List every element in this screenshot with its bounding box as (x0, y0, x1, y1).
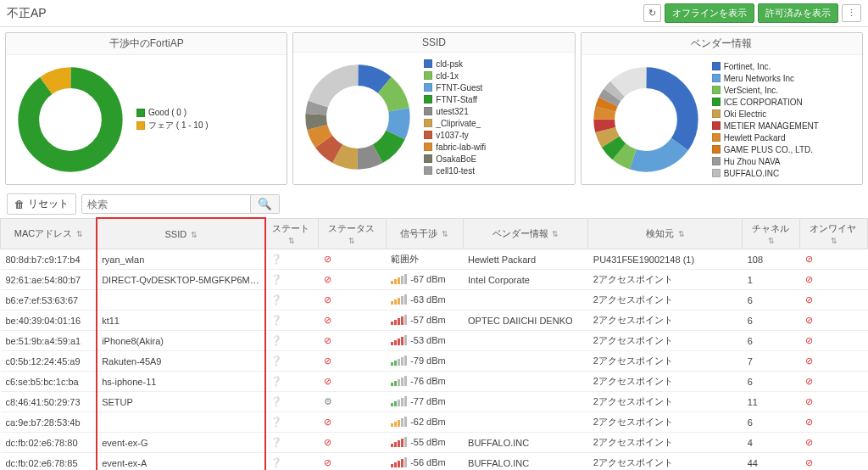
legend-item[interactable]: BUFFALO.INC (712, 169, 857, 178)
legend-swatch (424, 119, 432, 127)
col-header[interactable]: MACアドレス ⇅ (1, 219, 97, 249)
deny-icon: ⊘ (324, 376, 331, 386)
signal-bars-icon (391, 274, 407, 284)
table-row[interactable]: c8:46:41:50:29:73SETUP❔⚙-77 dBm2アクセスポイント… (1, 392, 868, 412)
show-offline-button[interactable]: オフラインを表示 (665, 3, 754, 23)
legend-item[interactable]: FTNT-Guest (424, 83, 569, 92)
vendor-donut-chart[interactable] (587, 60, 705, 179)
legend-item[interactable]: utest321 (424, 107, 569, 116)
cell-detect: 2アクセスポイント (588, 453, 743, 471)
cell-signal: -55 dBm (386, 433, 463, 453)
legend-item[interactable]: _Cliprivate_ (424, 119, 569, 128)
legend-item[interactable]: FTNT-Staff (424, 95, 569, 104)
cell-vendor (463, 351, 588, 372)
cell-onwire: ⊘ (800, 392, 868, 412)
cell-vendor (463, 331, 588, 351)
reset-button[interactable]: 🗑 リセット (7, 193, 76, 215)
legend-item[interactable]: フェア ( 1 - 10 ) (136, 120, 281, 131)
signal-value: -53 dBm (410, 335, 446, 345)
search-button[interactable]: 🔍 (251, 194, 280, 214)
legend-item[interactable]: fabric-lab-wifi (424, 143, 569, 152)
legend-swatch (712, 145, 721, 154)
refresh-icon: ↻ (648, 8, 656, 19)
cell-mac: dc:fb:02:e6:78:80 (1, 433, 97, 453)
legend-swatch (712, 109, 721, 118)
cell-channel: 1 (743, 270, 800, 290)
legend-swatch (712, 74, 721, 82)
cell-status: ⊘ (319, 311, 387, 331)
deny-icon: ⊘ (805, 437, 813, 447)
fortiap-donut-chart[interactable] (11, 60, 130, 179)
col-header-label: MACアドレス (14, 228, 72, 238)
col-header[interactable]: ステート ⇅ (265, 219, 319, 249)
cell-status: ⊘ (319, 351, 387, 372)
legend-item[interactable]: cld-1x (424, 71, 569, 81)
deny-icon: ⊘ (805, 457, 813, 467)
cell-onwire: ⊘ (800, 412, 868, 433)
search-input[interactable] (81, 194, 251, 214)
question-icon: ❔ (270, 254, 282, 264)
show-approved-button[interactable]: 許可済みを表示 (758, 3, 838, 23)
legend-item[interactable]: Fortinet, Inc. (712, 62, 857, 71)
legend-label: Hu Zhou NAVA (724, 157, 781, 166)
cell-vendor: Hewlett Packard (463, 249, 588, 270)
cell-onwire: ⊘ (800, 433, 868, 453)
legend-label: _Cliprivate_ (436, 119, 481, 128)
legend-swatch (424, 59, 432, 68)
table-row[interactable]: be:40:39:04:01:16kt11❔⊘-57 dBmOPTEC DAII… (1, 311, 868, 331)
col-header[interactable]: オンワイヤ ⇅ (800, 219, 868, 249)
cell-channel: 6 (743, 311, 800, 331)
deny-icon: ⊘ (805, 396, 813, 406)
table-row[interactable]: b6:e7:ef:53:63:67❔⊘-63 dBm2アクセスポイント6⊘ (1, 290, 868, 311)
deny-icon: ⊘ (805, 254, 813, 264)
table-row[interactable]: ca:9e:b7:28:53:4b❔⊘-62 dBm2アクセスポイント6⊘ (1, 412, 868, 433)
ssid-donut-chart[interactable] (298, 58, 417, 176)
search-icon: 🔍 (258, 198, 272, 210)
col-header-label: チャネル (752, 223, 789, 233)
table-row[interactable]: c0:5b:12:24:45:a9Rakuten-45A9❔⊘-79 dBm2ア… (1, 351, 868, 372)
cell-vendor: BUFFALO.INC (463, 453, 588, 471)
deny-icon: ⊘ (805, 274, 813, 284)
legend-item[interactable]: Good ( 0 ) (136, 108, 281, 117)
cell-mac: ca:9e:b7:28:53:4b (1, 412, 97, 433)
cell-signal: -53 dBm (386, 331, 463, 351)
legend-swatch (424, 107, 432, 115)
legend-item[interactable]: Oki Electric (712, 109, 857, 119)
legend-item[interactable]: ICE CORPORATION (712, 98, 857, 107)
svg-point-12 (316, 76, 400, 159)
cell-mac: c0:5b:12:24:45:a9 (1, 351, 97, 372)
legend-item[interactable]: VerScient, Inc. (712, 86, 857, 95)
legend-item[interactable]: GAME PLUS CO., LTD. (712, 145, 857, 154)
refresh-button[interactable]: ↻ (643, 4, 661, 22)
signal-bars-icon (391, 376, 407, 386)
table-row[interactable]: 92:61:ae:54:80:b7DIRECT-QvDESKTOP-5MGFKP… (1, 270, 868, 290)
trash-icon: 🗑 (14, 199, 25, 210)
col-header[interactable]: SSID ⇅ (97, 219, 265, 249)
overflow-menu-button[interactable]: ⋮ (842, 4, 861, 22)
table-row[interactable]: dc:fb:02:e6:78:85event-ex-A❔⊘-56 dBmBUFF… (1, 453, 868, 471)
rogue-ap-table: MACアドレス ⇅SSID ⇅ステート ⇅ステータス ⇅信号干渉 ⇅ベンダー情報… (0, 218, 868, 470)
col-header[interactable]: 信号干渉 ⇅ (386, 219, 463, 249)
table-row[interactable]: be:51:9b:a4:59:a1iPhone8(Akira)❔⊘-53 dBm… (1, 331, 868, 351)
signal-bars-icon (391, 437, 407, 447)
table-row[interactable]: c6:se:b5:bc:1c:bahs-iphone-11❔⊘-76 dBm2ア… (1, 372, 868, 392)
legend-item[interactable]: Meru Networks Inc (712, 74, 857, 83)
legend-item[interactable]: OsakaBoE (424, 154, 569, 164)
col-header[interactable]: ステータス ⇅ (319, 219, 387, 249)
cell-state: ❔ (265, 433, 319, 453)
legend-item[interactable]: cld-psk (424, 59, 569, 69)
legend-item[interactable]: Hu Zhou NAVA (712, 157, 857, 166)
col-header[interactable]: ベンダー情報 ⇅ (463, 219, 588, 249)
cell-mac: be:40:39:04:01:16 (1, 311, 97, 331)
legend-swatch (712, 133, 721, 142)
legend-label: Oki Electric (724, 109, 767, 119)
table-row[interactable]: dc:fb:02:e6:78:80event-ex-G❔⊘-55 dBmBUFF… (1, 433, 868, 453)
table-row[interactable]: 80:8d:b7:c9:17:b4ryan_wlan❔⊘範囲外Hewlett P… (1, 249, 868, 270)
legend-item[interactable]: METIER MANAGEMENT (712, 121, 857, 131)
cell-detect: 2アクセスポイント (588, 331, 743, 351)
legend-item[interactable]: Hewlett Packard (712, 133, 857, 143)
col-header[interactable]: 検知元 ⇅ (588, 219, 743, 249)
col-header[interactable]: チャネル ⇅ (743, 219, 800, 249)
legend-item[interactable]: cell10-test (424, 166, 569, 176)
legend-item[interactable]: v1037-ty (424, 131, 569, 140)
